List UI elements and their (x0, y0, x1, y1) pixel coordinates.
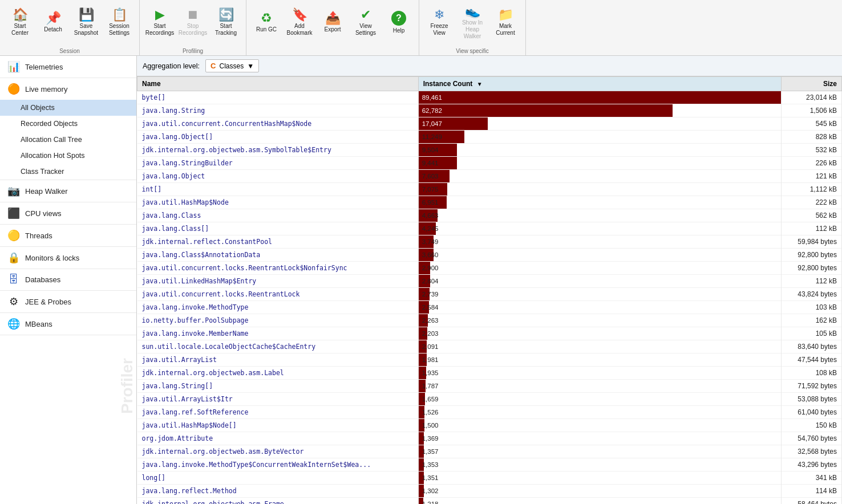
sidebar-item-databases[interactable]: 🗄 Databases (0, 269, 136, 290)
sidebar-subitem-class-tracker[interactable]: Class Tracker (0, 164, 136, 180)
classes-icon: C (211, 62, 216, 70)
add-bookmark-icon: 🔖 (292, 9, 307, 21)
table-row[interactable]: jdk.internal.org.objectweb.asm.ByteVecto… (137, 445, 842, 458)
cell-name: int[] (137, 183, 419, 196)
table-row[interactable]: jdk.internal.org.objectweb.asm.Label1,93… (137, 367, 842, 380)
view-settings-button[interactable]: ✔ View Settings (350, 6, 381, 39)
export-button[interactable]: 📤 Export (317, 9, 348, 36)
sidebar-item-threads[interactable]: 🟡 Threads (0, 225, 136, 246)
telemetries-icon: 📊 (7, 60, 21, 73)
sidebar-subitem-all-objects[interactable]: All Objects (0, 100, 136, 116)
start-center-icon: 🏠 (13, 9, 28, 21)
show-in-heap-walker-icon: 👟 (465, 5, 480, 18)
run-gc-icon: ♻ (261, 12, 272, 25)
count-label: 1,351 (419, 472, 439, 484)
table-row[interactable]: jdk.internal.org.objectweb.asm.Frame1,21… (137, 498, 842, 505)
sidebar-item-live-memory[interactable]: 🟠 Live memory (0, 78, 136, 100)
cell-count: 11,249 (418, 131, 781, 144)
show-in-heap-walker-label: Show In Heap Walker (459, 19, 486, 40)
table-row[interactable]: java.lang.invoke.MethodType$ConcurrentWe… (137, 458, 842, 472)
sidebar-subitem-allocation-call-tree[interactable]: Allocation Call Tree (0, 132, 136, 148)
sidebar-item-mbeans[interactable]: 🌐 MBeans (0, 313, 136, 335)
table-row[interactable]: java.util.HashMap$Node6,951222 kB (137, 196, 842, 209)
add-bookmark-button[interactable]: 🔖 Add Bookmark (284, 6, 315, 39)
sidebar: 📊 Telemetries 🟠 Live memory All Objects … (0, 56, 137, 504)
sidebar-item-heap-walker[interactable]: 📷 Heap Walker (0, 180, 136, 202)
export-icon: 📤 (325, 12, 341, 25)
cell-name: byte[] (137, 91, 419, 104)
table-row[interactable]: jdk.internal.org.objectweb.asm.SymbolTab… (137, 144, 842, 157)
sidebar-item-monitors-locks[interactable]: 🔒 Monitors & locks (0, 247, 136, 269)
count-label: 9,441 (419, 157, 439, 169)
cell-count: 1,353 (418, 458, 781, 472)
detach-button[interactable]: 📌 Detach (38, 9, 68, 36)
count-label: 62,782 (419, 104, 442, 117)
sidebar-subitem-recorded-objects[interactable]: Recorded Objects (0, 116, 136, 132)
sidebar-subitem-allocation-hot-spots[interactable]: Allocation Hot Spots (0, 148, 136, 164)
start-recordings-button[interactable]: ▶ Start Recordings (144, 6, 175, 39)
count-label: 2,091 (419, 340, 439, 353)
sidebar-item-cpu-views[interactable]: ⬛ CPU views (0, 202, 136, 224)
mbeans-section: 🌐 MBeans (0, 313, 136, 335)
help-icon: ? (391, 11, 406, 26)
table-row[interactable]: java.lang.String62,7821,506 kB (137, 104, 842, 117)
save-snapshot-button[interactable]: 💾 Save Snapshot (71, 6, 102, 39)
mbeans-icon: 🌐 (7, 318, 21, 330)
data-table-container[interactable]: Name Instance Count ▼ Size byte[]89,4612… (137, 76, 842, 504)
table-row[interactable]: java.lang.Class4,663562 kB (137, 209, 842, 222)
table-row[interactable]: jdk.internal.reflect.ConstantPool3,74959… (137, 235, 842, 249)
cell-name: jdk.internal.org.objectweb.asm.Label (137, 367, 419, 380)
table-row[interactable]: java.lang.reflect.Method1,302114 kB (137, 485, 842, 498)
count-label: 1,787 (419, 380, 439, 392)
cell-count: 4,245 (418, 222, 781, 235)
table-row[interactable]: java.util.concurrent.ConcurrentHashMap$N… (137, 117, 842, 131)
col-count-header[interactable]: Instance Count ▼ (418, 77, 781, 91)
sidebar-item-telemetries[interactable]: 📊 Telemetries (0, 56, 136, 78)
cell-name: java.lang.Class (137, 209, 419, 222)
aggregation-select[interactable]: C Classes ▼ (205, 59, 259, 72)
table-row[interactable]: java.util.LinkedHashMap$Entry2,804112 kB (137, 275, 842, 288)
table-row[interactable]: io.netty.buffer.PoolSubpage2,263162 kB (137, 314, 842, 327)
cell-name: java.util.HashMap$Node (137, 196, 419, 209)
mark-current-button[interactable]: 📁 Mark Current (490, 6, 521, 39)
table-row[interactable]: java.lang.StringBuilder9,441226 kB (137, 157, 842, 170)
table-row[interactable]: int[]7,0751,112 kB (137, 183, 842, 196)
show-in-heap-walker-button[interactable]: 👟 Show In Heap Walker (457, 2, 488, 43)
table-row[interactable]: byte[]89,46123,014 kB (137, 91, 842, 104)
cell-name: java.lang.reflect.Method (137, 485, 419, 498)
aggregation-label: Aggregation level: (143, 62, 200, 70)
mark-current-icon: 📁 (498, 9, 513, 21)
cell-size: 562 kB (781, 209, 841, 222)
count-label: 7,075 (419, 183, 439, 196)
freeze-view-button[interactable]: ❄ Freeze View (424, 6, 455, 39)
table-row[interactable]: java.lang.ref.SoftReference1,52661,040 b… (137, 406, 842, 419)
table-row[interactable]: java.util.ArrayList$Itr1,65953,088 bytes (137, 393, 842, 406)
session-settings-button[interactable]: 📋 Session Settings (104, 6, 135, 39)
cell-count: 7,075 (418, 183, 781, 196)
col-size-header[interactable]: Size (781, 77, 841, 91)
table-row[interactable]: java.lang.Class[]4,245112 kB (137, 222, 842, 235)
freeze-view-icon: ❄ (434, 9, 444, 21)
table-row[interactable]: java.lang.Object7,603121 kB (137, 170, 842, 183)
table-row[interactable]: java.lang.Object[]11,249828 kB (137, 131, 842, 144)
cell-count: 2,900 (418, 262, 781, 275)
col-name-header[interactable]: Name (137, 77, 419, 91)
table-row[interactable]: long[]1,351341 kB (137, 472, 842, 485)
stop-recordings-button[interactable]: ⏹ Stop Recordings (177, 6, 208, 39)
cell-size: 71,592 bytes (781, 380, 841, 393)
run-gc-button[interactable]: ♻ Run GC (251, 9, 282, 36)
table-row[interactable]: java.util.HashMap$Node[]1,500150 kB (137, 419, 842, 432)
table-row[interactable]: java.lang.invoke.MethodType2,584103 kB (137, 301, 842, 314)
table-row[interactable]: java.util.concurrent.locks.ReentrantLock… (137, 288, 842, 301)
start-tracking-button[interactable]: 🔄 Start Tracking (211, 6, 241, 39)
table-row[interactable]: sun.util.locale.LocaleObjectCache$CacheE… (137, 340, 842, 353)
table-row[interactable]: java.util.concurrent.locks.ReentrantLock… (137, 262, 842, 275)
start-center-button[interactable]: 🏠 Start Center (5, 6, 35, 39)
table-row[interactable]: java.lang.Class$AnnotationData3,66092,80… (137, 249, 842, 262)
help-button[interactable]: ? Help (383, 8, 414, 37)
table-row[interactable]: org.jdom.Attribute1,36954,760 bytes (137, 432, 842, 445)
sidebar-item-jee-probes[interactable]: ⚙ JEE & Probes (0, 291, 136, 312)
table-row[interactable]: java.lang.invoke.MemberName2,203105 kB (137, 327, 842, 340)
table-row[interactable]: java.util.ArrayList1,98147,544 bytes (137, 353, 842, 367)
table-row[interactable]: java.lang.String[]1,78771,592 bytes (137, 380, 842, 393)
